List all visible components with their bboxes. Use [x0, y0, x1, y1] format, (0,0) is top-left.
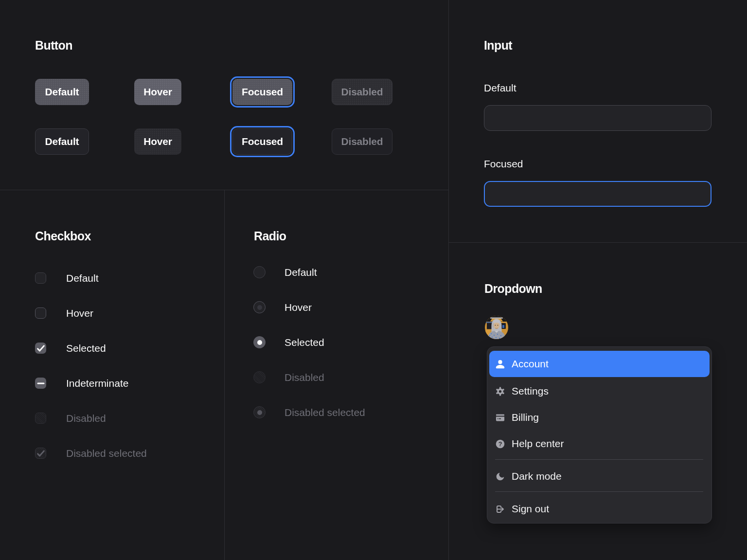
svg-text:?: ?	[498, 440, 502, 447]
